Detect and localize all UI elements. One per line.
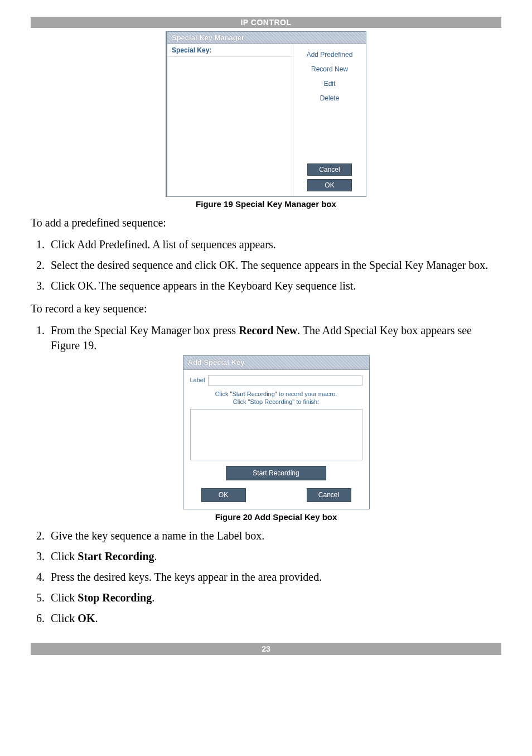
special-key-list-header: Special Key: xyxy=(167,44,293,57)
dialog-title: Special Key Manager xyxy=(167,32,366,44)
recording-instructions: Click "Start Recording" to record your m… xyxy=(190,390,362,406)
text: . xyxy=(154,550,157,562)
label-input[interactable] xyxy=(208,375,362,386)
list-item: Click OK. The sequence appears in the Ke… xyxy=(47,278,501,293)
text-bold: Record New xyxy=(239,324,297,336)
special-key-manager-dialog: Special Key Manager Special Key: Add Pre… xyxy=(166,31,366,197)
text: Click "Start Recording" to record your m… xyxy=(190,390,362,398)
special-key-list[interactable] xyxy=(167,57,293,196)
intro-record: To record a key sequence: xyxy=(31,301,501,316)
start-recording-button[interactable]: Start Recording xyxy=(226,466,326,480)
cancel-button[interactable]: Cancel xyxy=(307,163,352,176)
figure-20-caption: Figure 20 Add Special Key box xyxy=(51,512,501,523)
list-item: Select the desired sequence and click OK… xyxy=(47,258,501,273)
text: Click xyxy=(51,550,78,562)
list-item: Click Add Predefined. A list of sequence… xyxy=(47,237,501,252)
text-bold: Start Recording xyxy=(78,550,154,562)
list-item: Click Start Recording. xyxy=(47,549,501,564)
steps-predefined: Click Add Predefined. A list of sequence… xyxy=(31,237,501,293)
ok-button[interactable]: OK xyxy=(307,179,352,191)
text-bold: OK xyxy=(78,612,95,624)
text: Click xyxy=(51,591,78,604)
intro-predefined: To add a predefined sequence: xyxy=(31,215,501,230)
list-item: Press the desired keys. The keys appear … xyxy=(47,570,501,585)
page-footer: 23 xyxy=(31,643,501,655)
figure-19-caption: Figure 19 Special Key Manager box xyxy=(31,199,501,209)
list-item: Give the key sequence a name in the Labe… xyxy=(47,528,501,543)
steps-record: From the Special Key Manager box press R… xyxy=(31,323,501,626)
text: From the Special Key Manager box press xyxy=(51,324,239,336)
cancel-button[interactable]: Cancel xyxy=(307,488,351,502)
text: . xyxy=(152,591,154,604)
text: . xyxy=(95,612,98,624)
text: Click "Stop Recording" to finish: xyxy=(190,398,362,406)
dialog-title: Add Special Key xyxy=(183,356,369,370)
text-bold: Stop Recording xyxy=(78,591,152,604)
list-item: From the Special Key Manager box press R… xyxy=(47,323,501,523)
record-new-link[interactable]: Record New xyxy=(298,62,361,76)
edit-link[interactable]: Edit xyxy=(298,76,361,91)
add-special-key-dialog: Add Special Key Label Click "Start Recor… xyxy=(183,355,370,509)
page-header: IP CONTROL xyxy=(31,17,501,28)
add-predefined-link[interactable]: Add Predefined xyxy=(298,47,361,62)
label-text: Label xyxy=(190,376,205,384)
recording-area[interactable] xyxy=(190,409,362,460)
ok-button[interactable]: OK xyxy=(201,488,246,502)
text: Click xyxy=(51,612,78,624)
list-item: Click Stop Recording. xyxy=(47,590,501,605)
list-item: Click OK. xyxy=(47,611,501,626)
delete-link[interactable]: Delete xyxy=(298,91,361,105)
